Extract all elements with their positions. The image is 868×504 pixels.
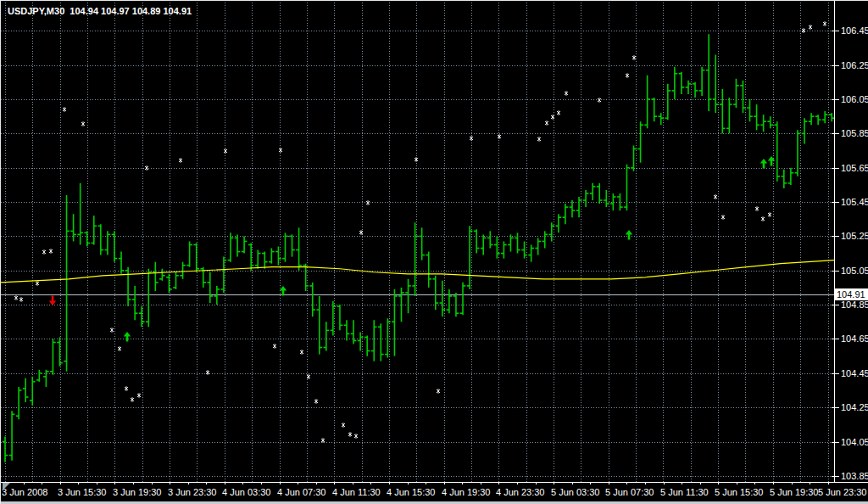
ohlc-bar[interactable]	[309, 283, 315, 316]
ohlc-bar[interactable]	[760, 115, 766, 132]
ohlc-bar[interactable]	[3, 436, 8, 462]
ohlc-bar[interactable]	[412, 222, 418, 296]
ohlc-bar[interactable]	[788, 168, 794, 185]
ohlc-bar[interactable]	[242, 236, 248, 253]
ohlc-bar[interactable]	[289, 234, 295, 256]
ohlc-bar[interactable]	[146, 269, 152, 328]
ohlc-bar[interactable]	[604, 190, 609, 207]
ohlc-bar[interactable]	[419, 227, 425, 260]
buy-signal-arrow-icon[interactable]	[280, 286, 287, 296]
ohlc-bar[interactable]	[699, 67, 705, 96]
ohlc-bar[interactable]	[166, 274, 172, 293]
ohlc-bar[interactable]	[528, 244, 534, 261]
ohlc-bar[interactable]	[378, 323, 384, 361]
ohlc-bar[interactable]	[159, 269, 165, 281]
ohlc-bar[interactable]	[706, 34, 712, 111]
ohlc-bar[interactable]	[713, 55, 719, 114]
ohlc-bar[interactable]	[16, 387, 22, 419]
ohlc-bar[interactable]	[460, 283, 466, 315]
ohlc-bar[interactable]	[515, 232, 520, 253]
ohlc-bar[interactable]	[337, 305, 343, 330]
ohlc-bar[interactable]	[426, 252, 431, 288]
ohlc-bar[interactable]	[679, 72, 685, 94]
ohlc-bar[interactable]	[597, 183, 603, 204]
ohlc-bar[interactable]	[774, 121, 780, 182]
ohlc-bar[interactable]	[487, 231, 493, 248]
ohlc-bar[interactable]	[344, 320, 350, 340]
ohlc-bar[interactable]	[726, 98, 732, 133]
ohlc-bar[interactable]	[542, 231, 548, 248]
ohlc-bar[interactable]	[637, 121, 643, 162]
ohlc-bar[interactable]	[720, 89, 726, 133]
ohlc-bar[interactable]	[521, 241, 527, 258]
ohlc-bar[interactable]	[624, 165, 630, 210]
buy-signal-arrow-icon[interactable]	[760, 159, 767, 169]
ohlc-bar[interactable]	[228, 232, 234, 261]
ohlc-bar[interactable]	[153, 262, 159, 291]
ohlc-bar[interactable]	[754, 104, 760, 130]
ohlc-bar[interactable]	[64, 195, 70, 372]
ohlc-bar[interactable]	[331, 301, 337, 335]
ohlc-bar[interactable]	[77, 183, 83, 245]
ohlc-bar[interactable]	[563, 204, 569, 224]
ohlc-bar[interactable]	[686, 81, 692, 94]
ohlc-bar[interactable]	[809, 113, 815, 125]
ohlc-bar[interactable]	[186, 241, 192, 266]
ohlc-bar[interactable]	[324, 322, 330, 350]
sell-signal-arrow-icon[interactable]	[49, 296, 56, 306]
ohlc-bar[interactable]	[474, 229, 480, 253]
ohlc-bar[interactable]	[740, 81, 746, 113]
buy-signal-arrow-icon[interactable]	[626, 230, 632, 240]
price-chart-canvas[interactable]: 106.45106.25106.05105.85105.65105.45105.…	[1, 1, 868, 504]
ohlc-bar[interactable]	[747, 99, 753, 121]
ohlc-bar[interactable]	[208, 272, 214, 303]
ohlc-bar[interactable]	[693, 82, 698, 98]
ohlc-bar[interactable]	[665, 84, 671, 120]
ohlc-bar[interactable]	[112, 231, 118, 261]
ohlc-bar[interactable]	[173, 272, 179, 289]
ohlc-bar[interactable]	[248, 243, 254, 270]
ohlc-bar[interactable]	[43, 370, 49, 387]
ohlc-bar[interactable]	[255, 250, 261, 269]
ohlc-bar[interactable]	[481, 234, 487, 255]
ohlc-bar[interactable]	[405, 279, 411, 313]
ohlc-bar[interactable]	[50, 339, 56, 374]
ohlc-bar[interactable]	[282, 232, 288, 261]
ohlc-bar[interactable]	[822, 111, 828, 123]
ohlc-bar[interactable]	[501, 241, 507, 258]
ohlc-bar[interactable]	[23, 378, 29, 402]
ohlc-bar[interactable]	[795, 130, 801, 176]
ohlc-bar[interactable]	[132, 286, 138, 320]
ohlc-bar[interactable]	[180, 262, 186, 279]
ohlc-bar[interactable]	[91, 216, 97, 244]
ohlc-bar[interactable]	[351, 320, 357, 344]
ohlc-bar[interactable]	[125, 267, 131, 306]
ohlc-bar[interactable]	[269, 249, 275, 264]
ohlc-bar[interactable]	[371, 320, 377, 361]
ohlc-bar[interactable]	[556, 214, 562, 232]
ohlc-bar[interactable]	[392, 289, 398, 356]
ohlc-bar[interactable]	[84, 231, 90, 246]
ohlc-bar[interactable]	[30, 377, 36, 406]
ohlc-bar[interactable]	[583, 190, 589, 207]
ohlc-bar[interactable]	[815, 115, 821, 125]
ohlc-bar[interactable]	[193, 243, 199, 272]
ohlc-bar[interactable]	[590, 183, 596, 200]
ohlc-bar[interactable]	[105, 231, 111, 255]
ohlc-bar[interactable]	[57, 337, 63, 366]
ohlc-bar[interactable]	[535, 238, 541, 255]
ohlc-bar[interactable]	[70, 214, 76, 241]
ohlc-bar[interactable]	[672, 67, 678, 99]
ohlc-bar[interactable]	[631, 145, 637, 171]
ohlc-bar[interactable]	[98, 224, 104, 255]
ohlc-bar[interactable]	[119, 252, 125, 274]
ohlc-bar[interactable]	[802, 118, 808, 143]
ohlc-bar[interactable]	[139, 306, 145, 327]
ohlc-bar[interactable]	[733, 79, 739, 108]
ohlc-bar[interactable]	[767, 116, 773, 128]
ohlc-bar[interactable]	[782, 170, 787, 188]
ohlc-bar[interactable]	[644, 76, 650, 129]
ohlc-bar[interactable]	[508, 234, 514, 251]
chart-shift-marker[interactable]	[3, 483, 10, 490]
ohlc-bar[interactable]	[262, 252, 268, 269]
